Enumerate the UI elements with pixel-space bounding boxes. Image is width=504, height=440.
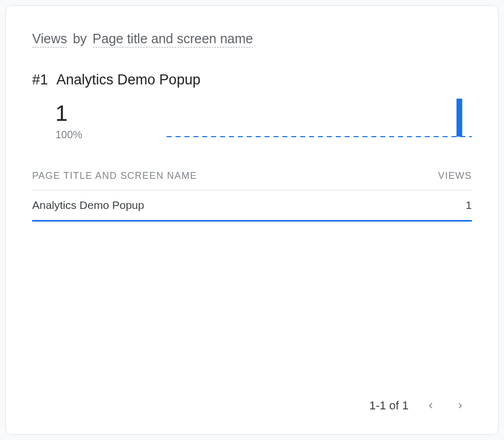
spacer [32, 222, 472, 394]
table-header: PAGE TITLE AND SCREEN NAME VIEWS [32, 162, 472, 190]
sparkline-chart [167, 93, 472, 141]
pagination-prev-button[interactable] [423, 398, 438, 413]
top-item-numbers: 1 100% [55, 102, 82, 141]
svg-rect-1 [457, 99, 462, 137]
column-header-value: VIEWS [438, 170, 472, 181]
analytics-card: Views by Page title and screen name #1 A… [5, 5, 499, 435]
top-item-percent: 100% [55, 129, 82, 141]
metric-name[interactable]: Views [32, 31, 67, 47]
chevron-left-icon [425, 400, 436, 411]
rank-label: #1 [32, 72, 48, 88]
top-item-stats: 1 100% [32, 93, 472, 141]
row-value: 1 [466, 199, 472, 212]
row-name: Analytics Demo Popup [32, 199, 144, 212]
top-item-row: #1 Analytics Demo Popup [32, 72, 472, 88]
pagination-text: 1-1 of 1 [369, 399, 409, 413]
pagination: 1-1 of 1 [32, 394, 472, 413]
pagination-next-button[interactable] [453, 398, 468, 413]
top-item-name: Analytics Demo Popup [56, 72, 200, 88]
table-row[interactable]: Analytics Demo Popup 1 [32, 190, 472, 222]
by-word: by [73, 31, 86, 46]
dimension-name[interactable]: Page title and screen name [93, 31, 253, 47]
chevron-right-icon [455, 400, 466, 411]
column-header-name: PAGE TITLE AND SCREEN NAME [32, 170, 197, 181]
card-title: Views by Page title and screen name [32, 31, 472, 46]
top-item-value: 1 [55, 102, 82, 125]
